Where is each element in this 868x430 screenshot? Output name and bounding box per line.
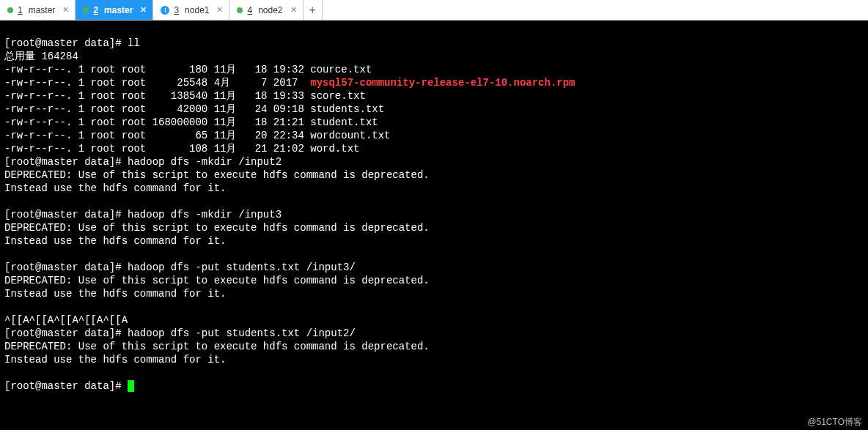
close-icon[interactable]: ✕ — [290, 5, 297, 15]
tab-label: node1 — [185, 5, 209, 15]
status-dot-icon — [237, 7, 243, 13]
info-dot-icon: ! — [161, 6, 169, 15]
tab-number: 4 — [247, 5, 252, 15]
status-dot-icon — [7, 7, 13, 13]
tab-1-master[interactable]: 1 master ✕ — [0, 0, 76, 20]
tab-number: 2 — [93, 5, 98, 15]
tab-number: 1 — [18, 5, 23, 15]
watermark: @51CTO博客 — [807, 416, 862, 429]
status-dot-icon — [83, 7, 89, 13]
close-icon[interactable]: ✕ — [216, 5, 223, 15]
terminal-cursor — [128, 380, 134, 392]
tab-2-master[interactable]: 2 master ✕ — [76, 0, 153, 20]
close-icon[interactable]: ✕ — [140, 5, 147, 15]
terminal-output[interactable]: [root@master data]# ll 总用量 164284 -rw-r-… — [0, 21, 868, 430]
tab-label: node2 — [258, 5, 282, 15]
tab-bar: 1 master ✕ 2 master ✕ ! 3 node1 ✕ 4 node… — [0, 0, 868, 21]
plus-icon: + — [309, 4, 315, 17]
tab-label: master — [29, 5, 56, 15]
close-icon[interactable]: ✕ — [62, 5, 69, 15]
tab-4-node2[interactable]: 4 node2 ✕ — [229, 0, 303, 20]
tab-3-node1[interactable]: ! 3 node1 ✕ — [153, 0, 229, 20]
tab-label: master — [104, 5, 133, 15]
tab-number: 3 — [174, 5, 179, 15]
add-tab-button[interactable]: + — [304, 0, 323, 20]
